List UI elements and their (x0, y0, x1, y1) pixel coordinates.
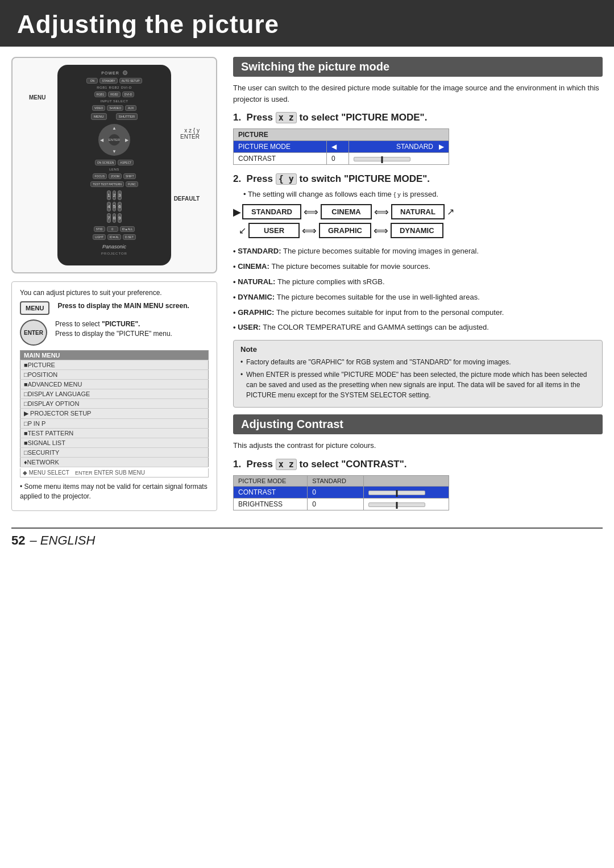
menu-item-signal-list[interactable]: ■SIGNAL LIST (20, 438, 209, 448)
def-user: • USER: The COLOR TEMPERATURE and GAMMA … (233, 322, 603, 333)
focus-btn[interactable]: FOCUS (93, 173, 107, 179)
menu-item-advanced[interactable]: ■ADVANCED MENU (20, 380, 209, 389)
dbl-arrow-1: ⟺ (304, 206, 318, 218)
enter-label: ENTER (180, 134, 200, 140)
instr1-text: Press to display the MAIN MENU screen. (57, 301, 189, 311)
zero-btn[interactable]: 0 (107, 226, 118, 232)
menu-footer-select: ◆ MENU SELECT (23, 470, 69, 476)
xz-key-step1: x z (276, 112, 297, 123)
menu-item-picture[interactable]: ■PICTURE (20, 360, 209, 370)
pt1-row2-label: CONTRAST (234, 153, 327, 165)
instructions-desc: You can adjust pictures to suit your pre… (20, 289, 209, 297)
main-content: MENU x z { y ENTER DEFAULT POWER (0, 57, 614, 518)
svideo-btn[interactable]: S•VIDEO (107, 105, 123, 111)
menu-shutter-row: MENU SHUTTER (91, 113, 138, 120)
num7-btn[interactable]: 7 (107, 213, 110, 223)
aspect-btn[interactable]: ASPECT (118, 160, 134, 165)
pt1-row1-label: PICTURE MODE (234, 141, 327, 153)
light-vset-row: LIGHT ID▼AL D.SET (93, 234, 136, 240)
contrast-slider-mark (381, 156, 383, 163)
step3-heading: 1. Press x z to select "CONTRAST". (233, 458, 603, 471)
menu-item-display-opt[interactable]: □DISPLAY OPTION (20, 399, 209, 409)
dvid-btn[interactable]: DVI-D (122, 92, 135, 97)
video-btn[interactable]: VIDEO (92, 105, 106, 111)
num8-btn[interactable]: 8 (113, 213, 116, 223)
page-number: 52 (11, 533, 25, 548)
pt2-row-contrast-slider (363, 486, 449, 498)
page-lang: – ENGLISH (30, 533, 95, 548)
func-btn[interactable]: FUNC (126, 181, 138, 187)
dpad[interactable]: ▲ ▼ ◀ ▶ ENTER (98, 124, 130, 156)
idall2-btn[interactable]: ID▼AL (107, 234, 121, 240)
rgb2-label: RGB2 (109, 86, 119, 89)
menu-item-test-pattern[interactable]: ■TEST PATTERN (20, 429, 209, 438)
instr2-a: Press to select (55, 320, 100, 328)
enter-btn[interactable]: ENTER (109, 134, 120, 146)
menu-item-security[interactable]: □SECURITY (20, 448, 209, 458)
note-item-2: When ENTER is pressed while "PICTURE MOD… (240, 369, 595, 400)
mode-cinema: CINEMA (321, 204, 372, 219)
enter-icon-box[interactable]: ENTER (20, 319, 47, 346)
pt2-row-mode-value: STANDARD (308, 475, 364, 486)
aux-btn[interactable]: AUX (125, 105, 136, 111)
def-standard-text: The picture becomes suitable for moving … (283, 247, 479, 255)
def-user-label: • USER: (233, 323, 263, 331)
dpad-right[interactable]: ▶ (125, 138, 128, 143)
auto-setup-btn[interactable]: AUTO SETUP (119, 78, 142, 84)
input-select-label: RGB1 RGB2 DVI-D (97, 86, 132, 89)
idall-btn[interactable]: ID▲ALL (120, 226, 135, 232)
remote-top-area: POWER ON STANDBY AUTO SETUP RGB1 RGB2 DV… (64, 70, 164, 255)
menu-item-display-lang[interactable]: □DISPLAY LANGUAGE (20, 389, 209, 399)
num4-btn[interactable]: 4 (107, 202, 110, 211)
pt1-row1-value: STANDARD ▶ (349, 141, 449, 153)
instr2-b: "PICTURE". (102, 320, 140, 328)
section2-header: Adjusting Contrast (233, 414, 603, 434)
mode-standard: STANDARD (242, 204, 301, 219)
dpad-left[interactable]: ◀ (100, 138, 103, 143)
id-zero-row: STID 0 ID▲ALL (94, 226, 135, 232)
dvid-label: DVI-D (121, 86, 132, 89)
standby-btn[interactable]: STANDBY (99, 78, 117, 84)
num1-btn[interactable]: 1 (107, 190, 110, 200)
num6-btn[interactable]: 6 (118, 202, 121, 211)
num9-btn[interactable]: 9 (118, 213, 121, 223)
brightness-slider-mark (396, 502, 397, 509)
stid-btn[interactable]: STID (94, 226, 105, 232)
note-item-1: Factory defaults are "GRAPHIC" for RGB s… (240, 357, 595, 367)
on-btn[interactable]: ON (86, 78, 98, 84)
menu-icon-box[interactable]: MENU (20, 301, 49, 315)
page-title: Adjusting the picture (17, 10, 279, 38)
zoom-btn[interactable]: ZOOM (109, 173, 122, 179)
onscreen-btn[interactable]: ON SCREEN (95, 160, 117, 165)
rgb1-btn[interactable]: RGB1 (94, 92, 107, 97)
num2-btn[interactable]: 2 (113, 190, 116, 200)
test-btn[interactable]: TEST TEST PATTERN (90, 181, 124, 187)
num3-btn[interactable]: 3 (118, 190, 121, 200)
section1-header: Switching the picture mode (233, 57, 603, 77)
dset-btn[interactable]: D.SET (123, 234, 136, 240)
menu-btn[interactable]: MENU (91, 113, 107, 120)
light-btn[interactable]: LIGHT (93, 234, 106, 240)
shift-btn[interactable]: SHIFT (123, 173, 136, 179)
page-footer: 52 – ENGLISH (11, 528, 603, 553)
zy-key-step2: { y (276, 173, 297, 185)
left-column: MENU x z { y ENTER DEFAULT POWER (11, 57, 227, 518)
def-cinema-text: The picture becomes suitable for movie s… (271, 262, 430, 271)
menu-item-projector-setup[interactable]: ▶ PROJECTOR SETUP (20, 409, 209, 419)
rgb2-btn[interactable]: RGB2 (108, 92, 121, 97)
menu-instr-row: MENU Press to display the MAIN MENU scre… (20, 301, 209, 315)
def-user-text: The COLOR TEMPERATURE and GAMMA settings… (263, 323, 489, 331)
dpad-down[interactable]: ▼ (112, 149, 117, 154)
shutter-btn[interactable]: SHUTTER (116, 113, 138, 120)
page-header: Adjusting the picture (0, 0, 614, 47)
num5-btn[interactable]: 5 (113, 202, 116, 211)
remote-power-row: POWER (101, 70, 127, 75)
menu-item-position[interactable]: □POSITION (20, 370, 209, 380)
remote-illustration-box: MENU x z { y ENTER DEFAULT POWER (11, 57, 217, 273)
def-cinema: • CINEMA: The picture becomes suitable f… (233, 261, 603, 272)
dpad-up[interactable]: ▲ (112, 126, 117, 131)
menu-item-pip[interactable]: □P IN P (20, 419, 209, 429)
main-menu-table: MAIN MENU ■PICTURE □POSITION ■ADVANCED M… (20, 350, 209, 467)
menu-item-network[interactable]: ♦NETWORK (20, 458, 209, 467)
dbl-arrow-3: ⟺ (302, 225, 317, 237)
